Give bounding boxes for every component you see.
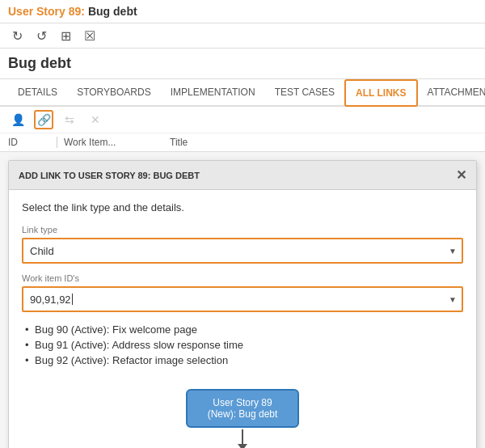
refresh-icon[interactable]: ↻ (8, 27, 26, 44)
link-type-select[interactable]: Child ▼ (22, 238, 463, 264)
work-item-input[interactable]: 90,91,92 ▼ (22, 286, 463, 312)
tab-storyboards[interactable]: STORYBOARDS (67, 79, 161, 105)
tab-test-cases[interactable]: TEST CASES (265, 79, 344, 105)
delete-icon[interactable]: ☒ (81, 27, 99, 44)
col-id-label: ID (8, 137, 40, 148)
title-type: User Story 89: (8, 5, 85, 18)
work-item-group: Work item ID's 90,91,92 ▼ (22, 273, 463, 312)
main-content: ADD LINK TO USER STORY 89: BUG DEBT ✕ Se… (0, 152, 485, 448)
main-toolbar: ↻ ↺ ⊞ ☒ (0, 23, 485, 49)
link-type-value: Child (23, 239, 462, 262)
work-item-dropdown-icon: ▼ (449, 295, 457, 304)
dialog-header: ADD LINK TO USER STORY 89: BUG DEBT ✕ (9, 161, 476, 190)
remove-icon[interactable]: ✕ (86, 110, 105, 129)
work-item-value: 90,91,92 (23, 288, 462, 311)
dialog-instruction: Select the link type and the details. (22, 201, 463, 213)
person-icon[interactable]: 👤 (8, 110, 27, 129)
link-add-icon[interactable]: 🔗 (34, 110, 53, 129)
tab-details[interactable]: DETAILS (8, 79, 67, 105)
undo-icon[interactable]: ↺ (32, 27, 50, 44)
work-item-label: Work item ID's (22, 273, 463, 283)
redo-icon[interactable]: ⇆ (60, 110, 79, 129)
dialog-close-button[interactable]: ✕ (456, 167, 466, 183)
tab-attachments[interactable]: ATTACHMENTS (418, 79, 485, 105)
link-type-chevron: ▼ (449, 247, 457, 256)
link-type-group: Link type Child ▼ (22, 225, 463, 264)
col-headers: ID Work Item... Title (0, 133, 485, 152)
link-diagram: User Story 89 (New): Bug debt (Multiple … (22, 381, 463, 448)
list-item: Bug 92 (Active): Refactor image selectio… (22, 353, 463, 368)
diagram-arrow-down (238, 428, 247, 448)
add-link-dialog: ADD LINK TO USER STORY 89: BUG DEBT ✕ Se… (8, 160, 477, 448)
col-workitem-label: Work Item... (57, 137, 154, 148)
work-item-list: Bug 90 (Active): Fix welcome page Bug 91… (22, 322, 463, 368)
dialog-body: Select the link type and the details. Li… (9, 190, 476, 448)
tab-all-links[interactable]: ALL LINKS (344, 79, 417, 107)
grid-icon[interactable]: ⊞ (57, 27, 74, 44)
diagram-node-blue: User Story 89 (New): Bug debt (186, 389, 299, 428)
list-item: Bug 90 (Active): Fix welcome page (22, 322, 463, 337)
link-type-label: Link type (22, 225, 463, 235)
tab-bar: DETAILS STORYBOARDS IMPLEMENTATION TEST … (0, 79, 485, 107)
item-name: Bug debt (0, 49, 485, 79)
tab-implementation[interactable]: IMPLEMENTATION (161, 79, 265, 105)
dialog-title: ADD LINK TO USER STORY 89: BUG DEBT (19, 171, 200, 180)
title-name: Bug debt (88, 5, 137, 18)
list-item: Bug 91 (Active): Address slow response t… (22, 337, 463, 353)
title-bar: User Story 89: Bug debt (0, 0, 485, 23)
action-bar: 👤 🔗 ⇆ ✕ (0, 107, 485, 133)
col-title-label: Title (170, 137, 477, 148)
